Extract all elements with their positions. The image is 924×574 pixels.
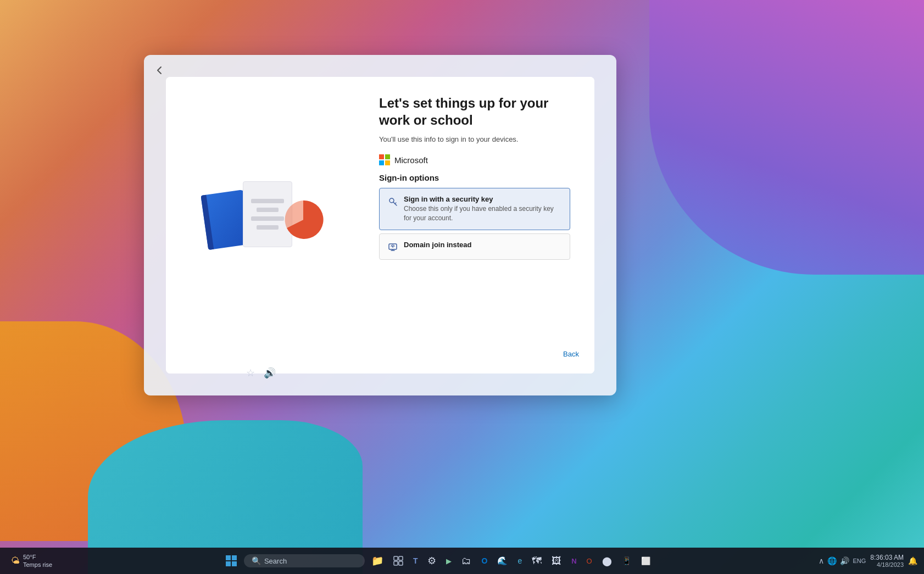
- security-key-icon: [387, 196, 398, 207]
- network-icon[interactable]: 🌐: [827, 556, 837, 565]
- taskbar-app-outlook[interactable]: O: [478, 553, 491, 569]
- option-domain-join[interactable]: Domain join instead: [379, 233, 570, 260]
- search-bar[interactable]: 🔍 Search: [244, 554, 365, 567]
- clock-time: 8:36:03 AM: [870, 554, 904, 561]
- back-button[interactable]: Back: [563, 350, 579, 358]
- taskbar-app-onenote[interactable]: N: [568, 554, 580, 569]
- options-scroll-wrapper[interactable]: Sign in with a security key Choose this …: [379, 188, 579, 263]
- taskbar-app-office[interactable]: O: [583, 554, 595, 569]
- back-arrow-button[interactable]: [151, 62, 168, 79]
- chevron-icon[interactable]: ∧: [819, 556, 824, 565]
- notification-icon[interactable]: 🔔: [908, 556, 917, 565]
- search-bar-text: Search: [264, 557, 287, 565]
- taskbar-app-chrome[interactable]: ⬤: [599, 553, 615, 570]
- doc-line-2: [257, 208, 279, 212]
- clock-area[interactable]: 8:36:03 AM 4/18/2023: [870, 554, 904, 568]
- taskbar-app-maps[interactable]: 🗺: [528, 552, 545, 570]
- svg-point-2: [392, 246, 394, 247]
- taskbar-app-edge2[interactable]: e: [514, 553, 525, 569]
- volume-taskbar-icon[interactable]: 🔊: [840, 556, 849, 565]
- doc-line-3: [251, 216, 284, 221]
- ms-square-green: [385, 154, 390, 159]
- setup-window: Let's set things up for your work or sch…: [144, 55, 616, 395]
- weather-text: 50°F Temps rise: [23, 553, 52, 569]
- system-icons-group: ∧ 🌐 🔊 ENG: [819, 556, 866, 565]
- svg-rect-6: [232, 561, 237, 566]
- taskbar-app-task-view[interactable]: [390, 553, 407, 569]
- taskbar: 🌤 50°F Temps rise 🔍 Search 📁: [0, 548, 924, 574]
- svg-rect-4: [232, 555, 237, 560]
- ms-square-blue: [379, 160, 384, 165]
- option-security-key[interactable]: Sign in with a security key Choose this …: [379, 188, 570, 230]
- language-indicator[interactable]: ENG: [853, 558, 866, 564]
- svg-rect-5: [226, 561, 231, 566]
- taskbar-app-extra2[interactable]: ⬜: [638, 553, 654, 569]
- taskbar-app-file-explorer[interactable]: 📁: [368, 551, 387, 570]
- domain-join-title: Domain join instead: [404, 241, 562, 249]
- setup-card: Let's set things up for your work or sch…: [166, 77, 594, 374]
- start-button[interactable]: [222, 551, 241, 570]
- security-key-title: Sign in with a security key: [404, 195, 562, 203]
- weather-trend: Temps rise: [23, 561, 52, 568]
- doc-line-4: [257, 225, 279, 230]
- svg-rect-10: [399, 561, 403, 565]
- domain-join-text: Domain join instead: [404, 241, 562, 250]
- ms-square-red: [379, 154, 384, 159]
- ms-square-yellow: [385, 160, 390, 165]
- piechart-icon: [281, 198, 325, 242]
- taskbar-center: 🔍 Search 📁 T ⚙ ▶ 🗂 O 🌊 e 🗺 🖼 N O ⬤ 📱 ⬜: [57, 551, 819, 570]
- svg-rect-8: [399, 556, 403, 560]
- content-panel: Let's set things up for your work or sch…: [364, 77, 594, 374]
- taskbar-app-teams[interactable]: T: [410, 553, 421, 569]
- weather-temp: 50°F: [23, 554, 36, 560]
- page-title: Let's set things up for your work or sch…: [379, 94, 579, 129]
- security-key-text: Sign in with a security key Choose this …: [404, 195, 562, 223]
- svg-rect-7: [394, 556, 398, 560]
- microsoft-logo-grid: [379, 154, 390, 165]
- search-icon: 🔍: [252, 556, 261, 565]
- taskbar-right: ∧ 🌐 🔊 ENG 8:36:03 AM 4/18/2023 🔔: [819, 554, 917, 568]
- weather-widget[interactable]: 🌤 50°F Temps rise: [7, 551, 57, 571]
- illustration-icons: [199, 170, 331, 280]
- star-icon[interactable]: ☆: [246, 367, 255, 379]
- microsoft-name: Microsoft: [394, 155, 428, 165]
- volume-icon[interactable]: 🔊: [264, 367, 276, 379]
- taskbar-app-edge[interactable]: 🌊: [494, 553, 511, 569]
- taskbar-app-extra1[interactable]: 📱: [619, 553, 634, 569]
- taskbar-app-terminal[interactable]: ▶: [443, 554, 455, 569]
- clock-date: 4/18/2023: [870, 561, 904, 568]
- taskbar-app-photos[interactable]: 🖼: [548, 552, 565, 570]
- domain-join-icon: [387, 242, 398, 253]
- microsoft-logo-row: Microsoft: [379, 154, 579, 165]
- svg-rect-3: [226, 555, 231, 560]
- back-arrow-area: [151, 62, 168, 79]
- doc-line-1: [251, 199, 284, 203]
- weather-icon: 🌤: [11, 556, 20, 566]
- taskbar-app-settings[interactable]: ⚙: [424, 551, 439, 570]
- illustration-panel: [166, 77, 364, 374]
- svg-rect-9: [394, 561, 398, 565]
- taskbar-left: 🌤 50°F Temps rise: [7, 551, 57, 571]
- window-tray-icons: ☆ 🔊: [246, 367, 276, 379]
- signin-options-heading: Sign-in options: [379, 173, 579, 182]
- security-key-desc: Choose this only if you have enabled a s…: [404, 204, 562, 223]
- page-subtitle: You'll use this info to sign in to your …: [379, 135, 579, 143]
- taskbar-app-file-manager[interactable]: 🗂: [458, 552, 475, 570]
